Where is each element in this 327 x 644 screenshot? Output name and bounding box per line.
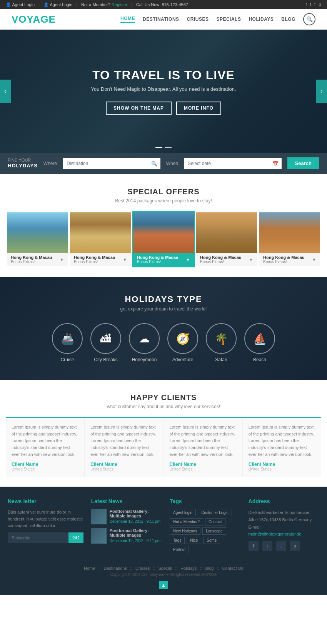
holiday-circle-safari[interactable]: 🌴 — [206, 323, 237, 354]
footer-twitter-icon[interactable]: t — [262, 541, 272, 551]
tumblr-icon[interactable]: t — [314, 2, 315, 7]
holiday-circle-adventure[interactable]: 🧭 — [167, 323, 198, 354]
agent-login-1[interactable]: 👤 Agent Login — [6, 2, 35, 7]
offer-card[interactable]: Hong Kong & Macau Bonus Extras! ▼ — [6, 211, 69, 267]
client-card: Lorem Ipsum is simply dummy text of the … — [164, 418, 243, 477]
tag-item[interactable]: Agent login — [170, 509, 196, 516]
tag-item[interactable]: Lanscape — [202, 527, 226, 535]
news-content: Postformat Gallery: Multiple Images Dece… — [110, 509, 162, 524]
facebook-icon[interactable]: f — [305, 2, 307, 7]
footer-link[interactable]: Home — [84, 566, 95, 571]
nav-holidays[interactable]: HOLIDAYS — [249, 17, 274, 22]
tag-item[interactable]: Some — [203, 537, 220, 544]
footer-facebook-icon[interactable]: f — [249, 541, 259, 551]
footer-link[interactable]: Blog — [205, 566, 214, 571]
holiday-circle-cruise[interactable]: 🚢 — [52, 323, 83, 354]
destination-input[interactable] — [63, 158, 160, 169]
tag-item[interactable]: New Horizons — [170, 527, 200, 535]
logo[interactable]: VOYAGE — [12, 13, 56, 25]
footer-link[interactable]: Destinations — [103, 566, 127, 571]
offer-info: Hong Kong & Macau Bonus Extras! ▼ — [196, 253, 257, 266]
footer-link[interactable]: Specils — [158, 566, 172, 571]
hero-next-button[interactable]: › — [316, 80, 327, 103]
holiday-type[interactable]: ☁ Honeymoon — [129, 323, 160, 362]
offer-card[interactable]: Hong Kong & Macau Bonus Extras! ▼ — [195, 211, 258, 267]
offer-info: Hong Kong & Macau Bonus Extras! ▼ — [133, 253, 194, 266]
newsletter-title: News letter — [8, 498, 83, 504]
scroll-to-top-button[interactable]: ▲ — [159, 581, 168, 589]
holiday-type[interactable]: 🧭 Adventure — [167, 323, 198, 362]
newsletter-input[interactable] — [8, 532, 68, 543]
tags-section: Tags Agent loginCustomer LoginNot a Memb… — [170, 498, 240, 553]
show-map-button[interactable]: SHOW ON THE MAP — [106, 102, 172, 115]
holiday-type[interactable]: ⛵ Beach — [244, 323, 275, 362]
holiday-label: Honeymoon — [132, 357, 157, 362]
offer-card[interactable]: Hong Kong & Macau Bonus Extras! ▼ — [258, 211, 321, 267]
tag-item[interactable]: Not a Member? — [170, 518, 203, 526]
holiday-type[interactable]: 🏙 City Breaks — [90, 323, 121, 362]
register-link[interactable]: Register — [112, 2, 127, 7]
offer-card[interactable]: Hong Kong & Macau Bonus Extras! ▼ — [69, 211, 132, 267]
holiday-circle-honeymoon[interactable]: ☁ — [129, 323, 160, 354]
footer-pinterest-icon[interactable]: p — [290, 541, 300, 551]
tag-item[interactable]: Nice — [187, 537, 201, 544]
nav-cruises[interactable]: CRIUSES — [187, 17, 209, 22]
twitter-icon[interactable]: t — [310, 2, 311, 7]
holiday-circle-beach[interactable]: ⛵ — [244, 323, 275, 354]
newsletter-submit[interactable]: GO — [68, 532, 83, 543]
email-label: E-mail: — [249, 525, 262, 529]
news-item[interactable]: Postformat Gallery: Multiple Images Dece… — [91, 509, 162, 524]
special-offers-subtitle: Best 2014 packages where people love to … — [6, 198, 321, 204]
copyright: Copyright © 2014.Company name All rights… — [110, 572, 217, 577]
client-location: United States — [90, 467, 157, 471]
offer-name: Hong Kong & Macau — [137, 255, 179, 260]
hero-section: ‹ TO TRAVEL IS TO LIVE You Don't Need Ma… — [0, 30, 327, 153]
holiday-label: Cruise — [61, 357, 74, 362]
holiday-circle-city-breaks[interactable]: 🏙 — [90, 323, 121, 354]
holidays-title: HOLIDAYS TYPE — [6, 294, 321, 304]
footer-link-separator: :: — [217, 566, 219, 571]
nav-blog[interactable]: BLOG — [281, 17, 295, 22]
holiday-label: Beach — [253, 357, 266, 362]
latest-news-section: Latest News Postformat Gallery: Multiple… — [91, 498, 162, 553]
footer-link[interactable]: Criuses — [135, 566, 150, 571]
tag-item[interactable]: Tags — [170, 537, 185, 544]
address-section: Address DieSachbearbeiter Schonhauser Al… — [249, 498, 319, 553]
footer-link-separator: :: — [98, 566, 100, 571]
hero-content: TO TRAVEL IS TO LIVE You Don't Need Magi… — [91, 68, 236, 115]
hero-dot-1[interactable] — [155, 147, 162, 148]
agent-login-2[interactable]: 👤 Agent Login — [43, 2, 72, 7]
nav-specials[interactable]: SPECIALS — [216, 17, 241, 22]
search-submit-button[interactable]: Search — [287, 157, 319, 169]
news-item[interactable]: Postformat Gallery: Multiple Images Dece… — [91, 528, 162, 544]
footer-tumblr-icon[interactable]: t — [276, 541, 286, 551]
more-info-button[interactable]: MORE INFO — [176, 102, 221, 115]
footer-link[interactable]: Holidays — [180, 566, 197, 571]
offer-dropdown-icon[interactable]: ▼ — [186, 257, 190, 262]
nav-destinations[interactable]: DESTINATIONS — [143, 17, 179, 22]
calendar-icon: 📅 — [272, 160, 279, 166]
offer-dropdown-icon[interactable]: ▼ — [249, 257, 253, 262]
offer-card[interactable]: Hong Kong & Macau Bonus Extras! ▼ — [132, 211, 195, 267]
holiday-type[interactable]: 🚢 Cruise — [52, 323, 83, 362]
header: VOYAGE HOME DESTINATIONS CRIUSES SPECIAL… — [0, 9, 327, 30]
nav-home[interactable]: HOME — [120, 16, 135, 23]
tag-item[interactable]: Customer Login — [198, 509, 232, 516]
client-card: Lorem Ipsum is simply dummy text of the … — [85, 418, 164, 477]
news-date: December 12, 2012 · 9:11 pm — [110, 539, 162, 543]
tag-item[interactable]: Contact — [205, 518, 225, 526]
pinterest-icon[interactable]: p — [319, 2, 321, 7]
email-address[interactable]: moin@blindtextgenerator.de — [249, 532, 302, 536]
holiday-type[interactable]: 🌴 Safari — [206, 323, 237, 362]
offer-bonus: Bonus Extras! — [200, 260, 242, 264]
offer-dropdown-icon[interactable]: ▼ — [123, 257, 127, 262]
hero-dot-2[interactable] — [165, 147, 172, 148]
search-button[interactable]: 🔍 — [303, 13, 315, 25]
date-input[interactable] — [184, 158, 282, 169]
tag-item[interactable]: Portrait — [170, 546, 189, 553]
offer-dropdown-icon[interactable]: ▼ — [312, 257, 316, 262]
offer-dropdown-icon[interactable]: ▼ — [60, 257, 64, 262]
footer-link[interactable]: Contact Us — [222, 566, 243, 571]
address-line1: DieSachbearbeiter Schonhauser — [249, 510, 310, 515]
hero-prev-button[interactable]: ‹ — [0, 80, 11, 103]
